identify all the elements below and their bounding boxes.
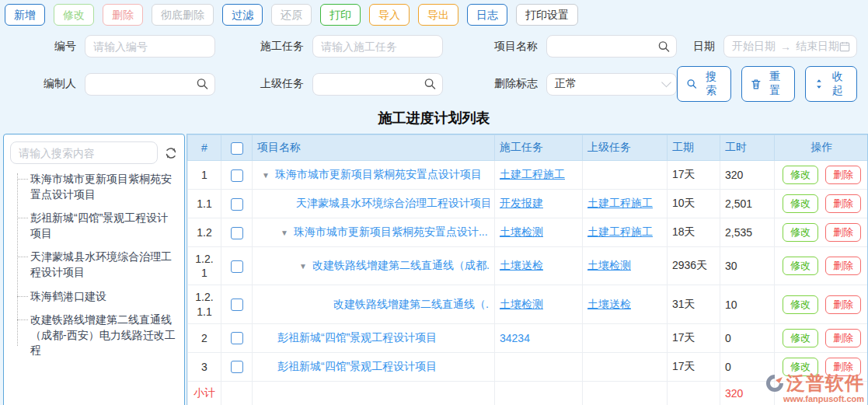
parent-task-link[interactable]: 土壤检测 [587,259,631,271]
expand-arrow-icon[interactable]: ▼ [281,229,288,237]
project-tree-panel: 珠海市城市更新项目紫桐苑安置点设计项目彭祖新城“四馆”景观工程设计项目天津蒙城县… [3,134,185,405]
parent-task-input-field[interactable] [321,78,434,90]
reset-button[interactable]: 重置 [741,66,795,102]
task-link[interactable]: 34234 [500,332,530,344]
edit-button[interactable]: 修改 [783,194,818,213]
row-checkbox[interactable] [231,198,243,211]
tree-item[interactable]: 彭祖新城“四馆”景观工程设计项目 [30,211,178,241]
project-input[interactable] [546,35,677,58]
row-checkbox-cell [221,323,253,352]
project-name-link[interactable]: 改建铁路线增建第二线直通线（... [333,298,490,312]
delete-flag-label: 删除标志 [466,77,538,91]
task-link[interactable]: 土建工程施工 [500,168,565,180]
select-all-checkbox[interactable] [231,142,243,155]
row-checkbox[interactable] [231,260,243,273]
expand-arrow-icon[interactable]: ▼ [262,171,270,180]
toolbar-button-10[interactable]: 日志 [467,4,507,26]
toolbar-button-9[interactable]: 导出 [418,4,458,26]
tree-item[interactable]: 天津蒙城县水环境综合治理工程设计项目 [30,250,178,280]
delete-flag-select[interactable]: 正常 [546,73,677,96]
toolbar-button-11[interactable]: 打印设置 [516,4,578,26]
row-checkbox[interactable] [231,332,243,344]
calendar-icon[interactable] [839,41,850,52]
refresh-icon[interactable] [164,146,178,160]
delete-button[interactable]: 删除 [825,194,861,213]
task-link[interactable]: 开发报建 [500,197,543,209]
delete-button[interactable]: 删除 [825,295,861,314]
duration-cell: 17天 [668,352,720,381]
delete-button[interactable]: 删除 [825,223,861,242]
collapse-button[interactable]: 收起 [805,66,857,102]
expand-arrow-icon[interactable]: ▼ [299,262,307,271]
tree-item[interactable]: 珠海鹤港口建设 [30,289,178,305]
toolbar-button-4[interactable]: 彻底删除 [152,4,214,26]
date-end-placeholder[interactable]: 结束日期 [796,40,839,54]
task-input[interactable] [312,35,443,58]
project-input-field[interactable] [555,40,668,53]
delete-button[interactable]: 删除 [825,358,861,376]
row-checkbox[interactable] [231,299,243,311]
project-name-link[interactable]: 天津蒙城县水环境综合治理工程设计项目 [296,197,490,211]
tree-search-field[interactable] [19,147,149,159]
parent-task-link[interactable]: 土壤送检 [587,298,631,310]
task-link[interactable]: 土壤送检 [500,259,543,271]
up-down-arrows-icon [815,79,823,89]
toolbar-button-2[interactable]: 修改 [54,4,94,26]
parent-task-link[interactable]: 土建工程施工 [587,197,653,209]
toolbar-button-7[interactable]: 打印 [320,4,361,26]
header-hours: 工时 [720,135,775,161]
toolbar-button-3[interactable]: 删除 [103,4,143,26]
parent-task-link[interactable]: 土建工程施工 [587,225,653,238]
edit-button[interactable]: 修改 [783,329,818,347]
task-input-field[interactable] [321,40,434,53]
parent-task-input[interactable] [312,73,443,96]
edit-button[interactable]: 修改 [783,223,818,242]
project-name-link[interactable]: 珠海市城市更新项目紫桐苑安置点设计... [294,225,488,239]
tree-search-input[interactable] [10,141,158,164]
code-input-field[interactable] [93,40,207,53]
delete-button[interactable]: 删除 [825,329,861,347]
filter-project: 项目名称 [466,35,677,58]
author-input-field[interactable] [93,78,207,90]
project-name-link[interactable]: 彭祖新城“四馆”景观工程设计项目 [277,331,437,345]
search-icon[interactable] [197,79,208,90]
tree-item[interactable]: 改建铁路线增建第二线直通线（成都-西安）电力线路迁改工程 [30,312,178,358]
code-input[interactable] [85,35,215,58]
search-button[interactable]: 搜索 [677,66,731,102]
task-link[interactable]: 土壤检测 [500,225,543,238]
row-checkbox[interactable] [231,169,243,182]
edit-button[interactable]: 修改 [783,166,818,184]
project-name-link[interactable]: 彭祖新城“四馆”景观工程设计项目 [277,360,437,374]
project-name-link[interactable]: 改建铁路线增建第二线直通线（成都... [312,259,490,273]
toolbar-button-5[interactable]: 过滤 [222,4,263,26]
header-task: 施工任务 [495,135,583,161]
date-range-input[interactable]: 开始日期 → 结束日期 [723,35,857,58]
tree-item[interactable]: 珠海市城市更新项目紫桐苑安置点设计项目 [30,172,178,202]
delete-button[interactable]: 删除 [825,257,861,275]
search-icon[interactable] [424,79,436,90]
date-start-placeholder[interactable]: 开始日期 [732,40,776,54]
row-checkbox[interactable] [231,361,243,373]
hours-cell: 320 [720,161,775,190]
row-checkbox[interactable] [231,227,243,239]
row-number: 1.2.1.1 [188,285,221,323]
edit-button[interactable]: 修改 [783,257,818,275]
header-project: 项目名称 [253,135,495,161]
task-link[interactable]: 土壤检测 [500,298,543,310]
edit-button[interactable]: 修改 [783,358,818,376]
edit-button[interactable]: 修改 [783,295,818,314]
task-cell: 土壤检测 [495,218,583,247]
toolbar-button-8[interactable]: 导入 [369,4,410,26]
parent-task-cell [583,161,668,190]
page-title: 施工进度计划列表 [0,109,868,127]
search-icon[interactable] [658,40,670,52]
author-input[interactable] [85,73,215,96]
project-name-link[interactable]: 珠海市城市更新项目紫桐苑安置点设计项目 [275,168,482,182]
delete-button[interactable]: 删除 [825,166,861,184]
toolbar-button-6[interactable]: 还原 [271,4,312,26]
header-num: # [188,135,221,161]
chevron-down-icon [663,82,670,86]
task-cell: 开发报建 [495,190,583,218]
toolbar-button-1[interactable]: 新增 [5,4,45,26]
table-row: 3彭祖新城“四馆”景观工程设计项目17天0修改删除 [188,352,868,381]
